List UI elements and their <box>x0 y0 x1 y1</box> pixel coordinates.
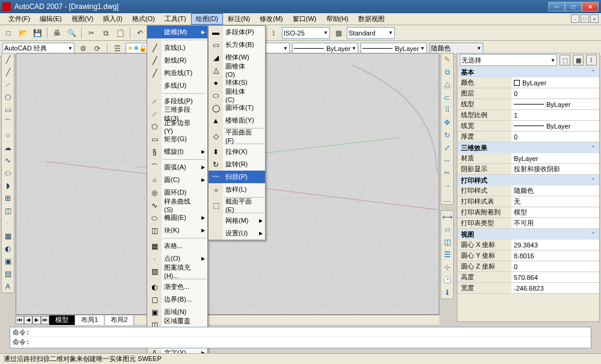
polygon-tool[interactable]: ⬠ <box>2 91 14 103</box>
props-value[interactable]: ByLayer <box>511 77 599 88</box>
props-row-线型比例[interactable]: 线型比例1 <box>457 110 599 121</box>
props-value[interactable]: 不可用 <box>511 218 599 228</box>
props-value[interactable]: ByLayer <box>511 99 599 109</box>
pickadd-button[interactable]: ▦ <box>573 55 584 65</box>
open-button[interactable]: 📂 <box>17 27 29 39</box>
stretch-tool[interactable]: ↔ <box>441 154 453 166</box>
point-tool[interactable]: · <box>2 217 14 229</box>
props-section-视图[interactable]: 视图⌃ <box>457 229 599 240</box>
list-tool[interactable]: ☰ <box>441 249 453 261</box>
select-button[interactable]: ⟟ <box>586 55 597 65</box>
region-tool[interactable]: ▣ <box>2 255 14 267</box>
props-value[interactable]: ByLayer <box>511 153 599 163</box>
tab-next-button[interactable]: ▶ <box>32 316 41 324</box>
revcloud-tool[interactable]: ☁ <box>2 142 14 154</box>
props-value[interactable]: 0 <box>511 261 599 271</box>
menuitem-圆锥体O[interactable]: △圆锥体(O) <box>209 64 265 76</box>
id-tool[interactable]: ⊹ <box>441 261 453 273</box>
props-row-圆心 X 坐标[interactable]: 圆心 X 坐标29.3843 <box>457 240 599 250</box>
menuitem-圆柱体C[interactable]: ⬭圆柱体(C) <box>209 89 265 102</box>
spline-tool[interactable]: ∿ <box>2 154 14 166</box>
menuitem-构造线T[interactable]: ╱构造线(T) <box>147 67 207 79</box>
mdi-close-button[interactable]: × <box>590 14 599 23</box>
menuitem-圆环体T[interactable]: ◯圆环体(T) <box>209 102 265 114</box>
props-value[interactable]: 模型 <box>511 207 599 217</box>
props-value[interactable]: 29.3843 <box>511 240 599 250</box>
props-row-图层[interactable]: 图层0 <box>457 88 599 99</box>
rectangle-tool[interactable]: ▭ <box>2 104 14 116</box>
insertblock-tool[interactable]: ⊞ <box>2 192 14 204</box>
gradient-tool[interactable]: ◐ <box>2 243 14 255</box>
props-value[interactable]: 无 <box>511 196 599 207</box>
menuitem-楼锥面Y[interactable]: ▲楼锥面(Y) <box>209 114 265 127</box>
undo-button[interactable]: ↶ <box>134 27 146 39</box>
menu-w[interactable]: 窗口(W) <box>288 13 322 25</box>
paste-button[interactable]: 📋 <box>114 27 126 39</box>
menuitem-矩形G[interactable]: ▭矩形(G) <box>147 133 207 145</box>
polyline-tool[interactable]: ⟋ <box>2 79 14 91</box>
props-section-三维效果[interactable]: 三维效果⌃ <box>457 142 599 153</box>
menu-n[interactable]: 标注(N) <box>223 13 255 25</box>
layout-tab-1[interactable]: 布局1 <box>75 315 105 325</box>
tablestyle-icon[interactable]: ▦ <box>332 27 344 39</box>
menuitem-椭圆E[interactable]: ⬭椭圆(E)▶ <box>147 211 207 224</box>
menu-h[interactable]: 帮助(H) <box>322 13 353 25</box>
props-value[interactable]: -246.6823 <box>511 283 599 293</box>
props-row-阴影显示[interactable]: 阴影显示投射和接收阴影 <box>457 164 599 175</box>
array-tool[interactable]: ⠿ <box>441 104 453 116</box>
ellipsearc-tool[interactable]: ◗ <box>2 180 14 192</box>
props-row-高度[interactable]: 高度570.864 <box>457 272 599 283</box>
props-row-宽度[interactable]: 宽度-246.6823 <box>457 283 599 294</box>
command-line[interactable]: 命令: <box>10 337 591 347</box>
props-value[interactable]: 570.864 <box>511 272 599 282</box>
break-tool[interactable]: ⸏ <box>441 192 453 204</box>
offset-tool[interactable]: ⪽ <box>441 91 453 103</box>
props-row-材质[interactable]: 材质ByLayer <box>457 153 599 164</box>
dimstyle-combo[interactable]: ISO-25▼ <box>282 27 330 39</box>
props-section-打印样式[interactable]: 打印样式⌃ <box>457 175 599 186</box>
menuitem-设置U[interactable]: 设置(U)▶ <box>209 227 265 240</box>
props-row-颜色[interactable]: 颜色ByLayer <box>457 77 599 88</box>
close-button[interactable]: ✕ <box>582 2 599 11</box>
erase-tool[interactable]: ✎ <box>441 53 453 65</box>
menuitem-正多边形Y[interactable]: ⬠正多边形(Y) <box>147 120 207 133</box>
region-mass-tool[interactable]: ◫ <box>441 236 453 248</box>
menu-d[interactable]: 绘图(D) <box>191 13 223 25</box>
props-row-圆心 Y 坐标[interactable]: 圆心 Y 坐标8.8016 <box>457 250 599 261</box>
props-value[interactable]: 0 <box>511 132 599 142</box>
props-row-打印表附着到[interactable]: 打印表附着到模型 <box>457 207 599 218</box>
mdi-restore-button[interactable]: □ <box>581 14 589 23</box>
minimize-button[interactable]: ─ <box>548 2 565 11</box>
move-tool[interactable]: ✥ <box>441 117 453 129</box>
save-button[interactable]: 💾 <box>31 27 43 39</box>
props-row-打印样式表[interactable]: 打印样式表无 <box>457 196 599 207</box>
props-section-基本[interactable]: 基本⌃ <box>457 67 599 77</box>
area-tool[interactable]: ▱ <box>441 223 453 235</box>
mtext-tool[interactable]: A <box>2 281 14 293</box>
props-row-打印表类型[interactable]: 打印表类型不可用 <box>457 218 599 229</box>
menu-e[interactable]: 编辑(E) <box>35 13 67 25</box>
new-button[interactable]: □ <box>2 27 14 39</box>
mdi-minimize-button[interactable]: - <box>571 14 579 23</box>
menuitem-平面曲面F[interactable]: ◇平面曲面(F) <box>209 130 265 142</box>
copy-button[interactable]: ⧉ <box>100 27 112 39</box>
scale-tool[interactable]: ⤢ <box>441 142 453 154</box>
props-value[interactable]: 0 <box>511 88 599 99</box>
menuitem-渐变色[interactable]: ◐渐变色... <box>147 281 207 293</box>
menuitem-样条曲线S[interactable]: ∿样条曲线(S) <box>147 199 207 211</box>
status-tool[interactable]: ℹ <box>441 287 453 299</box>
menu-v[interactable]: 视图(V) <box>67 13 99 25</box>
menuitem-射线R[interactable]: ╱射线(R) <box>147 54 207 67</box>
props-row-圆心 Z 坐标[interactable]: 圆心 Z 坐标0 <box>457 261 599 272</box>
props-value[interactable]: 8.8016 <box>511 250 599 261</box>
menuitem-边界B[interactable]: ▢边界(B)... <box>147 293 207 306</box>
print-button[interactable]: 🖶 <box>51 27 63 39</box>
menu-m[interactable]: 修改(M) <box>255 13 288 25</box>
mirror-tool[interactable]: ⧋ <box>441 79 453 91</box>
props-row-线宽[interactable]: 线宽ByLayer <box>457 121 599 132</box>
tablestyle-combo[interactable]: Standard▼ <box>347 27 395 39</box>
table-tool[interactable]: ▤ <box>2 268 14 280</box>
selection-combo[interactable]: 无选择▼ <box>460 54 557 66</box>
extend-tool[interactable]: → <box>441 180 453 192</box>
props-value[interactable]: 1 <box>511 110 599 120</box>
